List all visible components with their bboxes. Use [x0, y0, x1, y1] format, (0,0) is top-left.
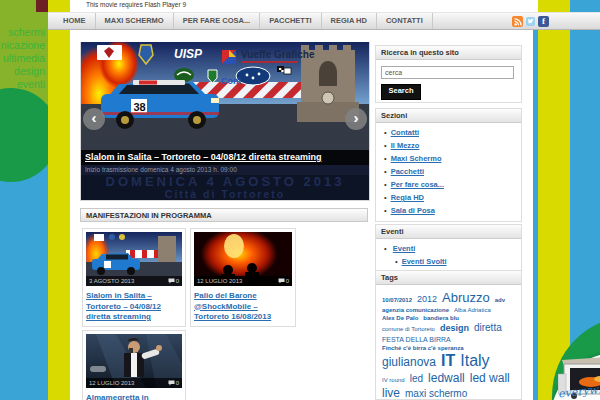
event-card: 3 AGOSTO 2013 0 Slalom in Salita – Torto… — [82, 228, 186, 327]
tag-link[interactable]: ledwall — [428, 372, 465, 385]
card-title-link[interactable]: Palio del Barone @ShockMobile – Tortoret… — [194, 291, 292, 323]
nav-menu: HOMEMAXI SCHERMOPER FARE COSA...PACCHETT… — [48, 13, 433, 29]
tag-link[interactable]: comune di Tortoreto — [382, 326, 435, 332]
sezioni-item: Contatti — [384, 126, 521, 139]
search-widget: Ricerca in questo sito Search — [375, 45, 522, 103]
tag-link[interactable]: diretta — [474, 323, 502, 334]
sezioni-item: Regia HD — [384, 191, 521, 204]
tag-link[interactable]: maxi schermo — [405, 389, 467, 400]
uisp-logo-text: UISP — [174, 47, 203, 61]
sidebar-link-il-mezzo[interactable]: Il Mezzo — [391, 141, 420, 150]
card-date: 3 AGOSTO 2013 — [89, 278, 134, 284]
tag-link[interactable]: Abruzzo — [442, 291, 490, 305]
sezioni-item: Per fare cosa... — [384, 178, 521, 191]
nav-item-regia-hd[interactable]: REGIA HD — [322, 13, 377, 29]
card-date-bar: 3 AGOSTO 2013 0 — [86, 276, 182, 286]
poster-caption: DOMENICA 4 AGOSTO 2013 Città di Tortoret… — [81, 175, 369, 200]
tag-link[interactable]: Alba Adriatica — [454, 307, 491, 313]
tag-link[interactable]: Finché c'è birra c'è speranza — [382, 345, 464, 351]
comment-bubble-icon — [168, 380, 175, 386]
tag-link[interactable]: Alex De Palo — [382, 315, 418, 321]
section-title: MANIFESTAZIONI IN PROGRAMMA — [80, 208, 368, 222]
event-card: 12 LUGLIO 2013 0 Palio del Barone @Shock… — [190, 228, 296, 327]
tag-link[interactable]: 10/07/2012 — [382, 297, 412, 303]
card-date-bar: 12 LUGLIO 2013 0 — [86, 378, 182, 388]
left-banner-word: design — [0, 65, 45, 78]
card-title-link[interactable]: Slalom in Salita – Tortoreto – 04/08/12 … — [86, 291, 182, 323]
comment-count: 0 — [168, 278, 179, 284]
sezioni-widget-title: Sezioni — [376, 109, 521, 123]
social-icons: f — [512, 16, 549, 27]
search-button[interactable]: Search — [381, 84, 421, 100]
coni-logo-text: Coni — [221, 76, 241, 86]
nav-item-per-fare-cosa[interactable]: PER FARE COSA... — [174, 13, 261, 29]
tag-link[interactable]: giulianova — [382, 356, 436, 369]
right-yellow-stripe — [538, 0, 570, 400]
featured-slider[interactable]: UISP Coni Vueffe Grafiche 38 Slalom in S… — [80, 42, 370, 201]
page-canvas: scherminicazioneultimediadesigneventi ev… — [0, 0, 600, 400]
sidebar-link-contatti[interactable]: Contatti — [391, 128, 419, 137]
poster-caption-line1: DOMENICA 4 AGOSTO 2013 — [81, 175, 369, 189]
sidebar-link-eventi[interactable]: Eventi — [393, 244, 416, 253]
card-title-link[interactable]: Almamegretta in concerto — [86, 393, 182, 400]
tag-link[interactable]: 2012 — [417, 295, 437, 304]
sezioni-item: Sala di Posa — [384, 204, 521, 217]
twitter-icon[interactable] — [526, 17, 535, 26]
tag-link[interactable]: Italy — [460, 353, 489, 370]
card-image-fire[interactable]: 12 LUGLIO 2013 0 — [194, 232, 292, 286]
tag-link[interactable]: led — [410, 374, 423, 385]
sezioni-widget: Sezioni ContattiIl MezzoMaxi SchermoPacc… — [375, 108, 522, 222]
tag-link[interactable]: adv — [495, 297, 505, 303]
sidebar-link-sala-di-posa[interactable]: Sala di Posa — [391, 206, 435, 215]
left-banner-word: eventi — [0, 78, 45, 91]
slider-prev-button[interactable]: ‹ — [83, 108, 105, 130]
flash-notice-strip: This movie requires Flash Player 9 — [70, 0, 538, 12]
tag-link[interactable]: bandiera blu — [423, 315, 459, 321]
comment-count: 0 — [278, 278, 289, 284]
slider-next-button[interactable]: › — [345, 108, 367, 130]
tag-link[interactable]: FESTA DELLA BIRRA — [382, 336, 451, 343]
left-banner-word: schermi — [0, 26, 45, 39]
flash-notice-text: This movie requires Flash Player 9 — [70, 0, 538, 8]
tags-widget-title: Tags — [376, 271, 521, 285]
sezioni-list: ContattiIl MezzoMaxi SchermoPacchettiPer… — [376, 126, 521, 217]
main-navbar: HOMEMAXI SCHERMOPER FARE COSA...PACCHETT… — [48, 12, 600, 30]
tag-link[interactable]: IT — [441, 353, 455, 370]
tag-link[interactable]: led wall — [470, 372, 510, 385]
slider-poster-image[interactable]: UISP Coni Vueffe Grafiche 38 — [81, 42, 369, 150]
comment-count: 0 — [168, 380, 179, 386]
left-yellow-stripe — [48, 0, 70, 400]
sidebar-link-eventi-svolti[interactable]: Eventi Svolti — [402, 257, 447, 266]
tags-widget: Tags 10/07/20122012Abruzzoadvagenzia com… — [375, 270, 522, 400]
comment-bubble-icon — [278, 278, 285, 284]
tag-link[interactable]: IV round — [382, 377, 405, 383]
poster-caption-line2: Città di Tortoreto — [81, 189, 369, 199]
tag-link[interactable]: agenzia comunicazione — [382, 307, 449, 313]
nav-item-contatti[interactable]: CONTATTI — [377, 13, 433, 29]
event-card: 12 LUGLIO 2013 0 Almamegretta in concert… — [82, 330, 186, 400]
left-banner-word: ultimedia — [0, 52, 45, 65]
sidebar-link-maxi-schermo[interactable]: Maxi Schermo — [391, 154, 442, 163]
tag-cloud: 10/07/20122012Abruzzoadvagenzia comunica… — [376, 285, 521, 400]
nav-item-home[interactable]: HOME — [54, 13, 96, 29]
sidebar-link-per-fare-cosa[interactable]: Per fare cosa... — [391, 180, 444, 189]
sidebar-link-pacchetti[interactable]: Pacchetti — [391, 167, 424, 176]
sezioni-item: Maxi Schermo — [384, 152, 521, 165]
rss-icon[interactable] — [512, 16, 523, 27]
left-banner-words: scherminicazioneultimediadesigneventi — [0, 26, 45, 91]
car-number: 38 — [134, 101, 146, 113]
tag-link[interactable]: design — [440, 324, 469, 333]
card-image-singer[interactable]: 12 LUGLIO 2013 0 — [86, 334, 182, 388]
nav-item-pacchetti[interactable]: PACCHETTI — [260, 13, 321, 29]
left-banner-word: nicazione — [0, 39, 45, 52]
tag-link[interactable]: live — [382, 387, 400, 400]
facebook-icon[interactable]: f — [538, 16, 549, 27]
card-date: 12 LUGLIO 2013 — [89, 380, 134, 386]
search-input[interactable] — [381, 66, 514, 79]
comment-count-value: 0 — [176, 278, 179, 284]
nav-item-maxi-schermo[interactable]: MAXI SCHERMO — [96, 13, 174, 29]
search-widget-title: Ricerca in questo sito — [376, 46, 521, 60]
sidebar-link-regia-hd[interactable]: Regia HD — [391, 193, 424, 202]
card-image-car[interactable]: 3 AGOSTO 2013 0 — [86, 232, 182, 286]
slider-title-link[interactable]: Slalom in Salita – Tortoreto – 04/08/12 … — [81, 150, 369, 165]
